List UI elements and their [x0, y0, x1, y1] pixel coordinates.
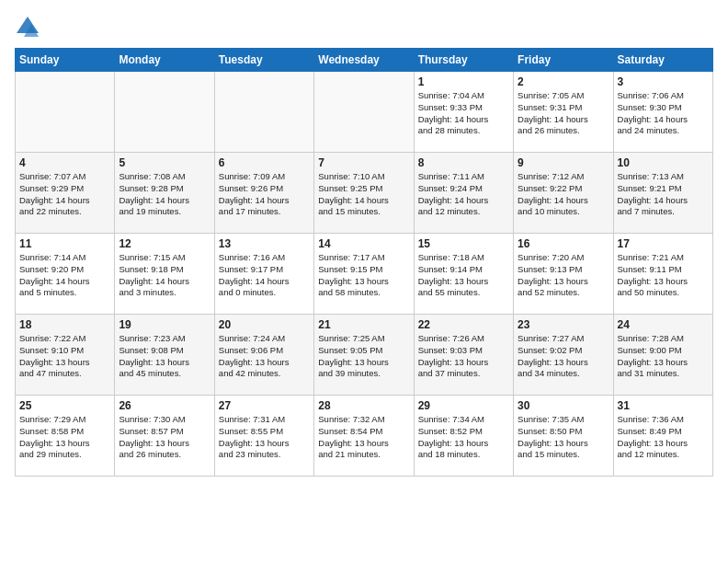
- cell-info: Sunrise: 7:22 AM Sunset: 9:10 PM Dayligh…: [19, 333, 110, 380]
- calendar-cell: 6Sunrise: 7:09 AM Sunset: 9:26 PM Daylig…: [214, 153, 313, 234]
- cell-info: Sunrise: 7:31 AM Sunset: 8:55 PM Dayligh…: [219, 414, 310, 461]
- cell-info: Sunrise: 7:24 AM Sunset: 9:06 PM Dayligh…: [219, 333, 310, 380]
- calendar-cell: 5Sunrise: 7:08 AM Sunset: 9:28 PM Daylig…: [115, 153, 214, 234]
- cell-info: Sunrise: 7:11 AM Sunset: 9:24 PM Dayligh…: [418, 171, 509, 218]
- calendar-week-row: 1Sunrise: 7:04 AM Sunset: 9:33 PM Daylig…: [16, 72, 713, 153]
- day-number: 30: [518, 399, 609, 412]
- day-number: 13: [219, 237, 310, 250]
- cell-info: Sunrise: 7:04 AM Sunset: 9:33 PM Dayligh…: [418, 90, 509, 137]
- day-number: 17: [618, 237, 709, 250]
- calendar-cell: 17Sunrise: 7:21 AM Sunset: 9:11 PM Dayli…: [613, 234, 712, 315]
- calendar-cell: 18Sunrise: 7:22 AM Sunset: 9:10 PM Dayli…: [16, 315, 115, 396]
- calendar-cell: [115, 72, 214, 153]
- day-number: 16: [518, 237, 609, 250]
- calendar-cell: 26Sunrise: 7:30 AM Sunset: 8:57 PM Dayli…: [115, 396, 214, 477]
- calendar-week-row: 11Sunrise: 7:14 AM Sunset: 9:20 PM Dayli…: [16, 234, 713, 315]
- cell-info: Sunrise: 7:32 AM Sunset: 8:54 PM Dayligh…: [318, 414, 409, 461]
- day-number: 20: [219, 318, 310, 331]
- day-number: 14: [318, 237, 409, 250]
- cell-info: Sunrise: 7:16 AM Sunset: 9:17 PM Dayligh…: [219, 252, 310, 299]
- cell-info: Sunrise: 7:20 AM Sunset: 9:13 PM Dayligh…: [518, 252, 609, 299]
- day-number: 21: [318, 318, 409, 331]
- calendar-cell: [214, 72, 313, 153]
- day-of-week-header: Sunday: [16, 49, 115, 72]
- calendar-cell: 29Sunrise: 7:34 AM Sunset: 8:52 PM Dayli…: [414, 396, 513, 477]
- cell-info: Sunrise: 7:28 AM Sunset: 9:00 PM Dayligh…: [618, 333, 709, 380]
- calendar-cell: 21Sunrise: 7:25 AM Sunset: 9:05 PM Dayli…: [314, 315, 414, 396]
- cell-info: Sunrise: 7:15 AM Sunset: 9:18 PM Dayligh…: [119, 252, 210, 299]
- calendar-cell: 1Sunrise: 7:04 AM Sunset: 9:33 PM Daylig…: [414, 72, 513, 153]
- calendar-week-row: 25Sunrise: 7:29 AM Sunset: 8:58 PM Dayli…: [16, 396, 713, 477]
- day-number: 5: [119, 156, 210, 169]
- day-number: 8: [418, 156, 509, 169]
- logo: [15, 15, 44, 40]
- day-number: 3: [618, 75, 709, 88]
- cell-info: Sunrise: 7:17 AM Sunset: 9:15 PM Dayligh…: [318, 252, 409, 299]
- cell-info: Sunrise: 7:09 AM Sunset: 9:26 PM Dayligh…: [219, 171, 310, 218]
- day-number: 25: [19, 399, 110, 412]
- day-number: 18: [19, 318, 110, 331]
- calendar-cell: 25Sunrise: 7:29 AM Sunset: 8:58 PM Dayli…: [16, 396, 115, 477]
- calendar-week-row: 4Sunrise: 7:07 AM Sunset: 9:29 PM Daylig…: [16, 153, 713, 234]
- header-row: SundayMondayTuesdayWednesdayThursdayFrid…: [16, 49, 713, 72]
- calendar-cell: 4Sunrise: 7:07 AM Sunset: 9:29 PM Daylig…: [16, 153, 115, 234]
- cell-info: Sunrise: 7:08 AM Sunset: 9:28 PM Dayligh…: [119, 171, 210, 218]
- day-number: 22: [418, 318, 509, 331]
- cell-info: Sunrise: 7:07 AM Sunset: 9:29 PM Dayligh…: [19, 171, 110, 218]
- calendar-cell: 27Sunrise: 7:31 AM Sunset: 8:55 PM Dayli…: [214, 396, 313, 477]
- cell-info: Sunrise: 7:14 AM Sunset: 9:20 PM Dayligh…: [19, 252, 110, 299]
- calendar-cell: 9Sunrise: 7:12 AM Sunset: 9:22 PM Daylig…: [514, 153, 613, 234]
- calendar-header: SundayMondayTuesdayWednesdayThursdayFrid…: [16, 49, 713, 72]
- day-number: 1: [418, 75, 509, 88]
- day-number: 4: [19, 156, 110, 169]
- calendar-cell: 19Sunrise: 7:23 AM Sunset: 9:08 PM Dayli…: [115, 315, 214, 396]
- calendar-cell: [16, 72, 115, 153]
- day-number: 27: [219, 399, 310, 412]
- day-of-week-header: Friday: [514, 49, 613, 72]
- cell-info: Sunrise: 7:34 AM Sunset: 8:52 PM Dayligh…: [418, 414, 509, 461]
- calendar-cell: 31Sunrise: 7:36 AM Sunset: 8:49 PM Dayli…: [613, 396, 712, 477]
- cell-info: Sunrise: 7:12 AM Sunset: 9:22 PM Dayligh…: [518, 171, 609, 218]
- calendar-body: 1Sunrise: 7:04 AM Sunset: 9:33 PM Daylig…: [16, 72, 713, 477]
- day-of-week-header: Thursday: [414, 49, 513, 72]
- day-of-week-header: Wednesday: [314, 49, 414, 72]
- calendar-cell: 20Sunrise: 7:24 AM Sunset: 9:06 PM Dayli…: [214, 315, 313, 396]
- calendar-cell: 13Sunrise: 7:16 AM Sunset: 9:17 PM Dayli…: [214, 234, 313, 315]
- cell-info: Sunrise: 7:05 AM Sunset: 9:31 PM Dayligh…: [518, 90, 609, 137]
- day-number: 12: [119, 237, 210, 250]
- day-number: 23: [518, 318, 609, 331]
- day-number: 29: [418, 399, 509, 412]
- cell-info: Sunrise: 7:29 AM Sunset: 8:58 PM Dayligh…: [19, 414, 110, 461]
- day-number: 15: [418, 237, 509, 250]
- day-of-week-header: Tuesday: [214, 49, 313, 72]
- day-number: 10: [618, 156, 709, 169]
- day-number: 28: [318, 399, 409, 412]
- day-number: 6: [219, 156, 310, 169]
- calendar-cell: 8Sunrise: 7:11 AM Sunset: 9:24 PM Daylig…: [414, 153, 513, 234]
- calendar-cell: 11Sunrise: 7:14 AM Sunset: 9:20 PM Dayli…: [16, 234, 115, 315]
- calendar-cell: 15Sunrise: 7:18 AM Sunset: 9:14 PM Dayli…: [414, 234, 513, 315]
- day-number: 2: [518, 75, 609, 88]
- cell-info: Sunrise: 7:13 AM Sunset: 9:21 PM Dayligh…: [618, 171, 709, 218]
- calendar-cell: 7Sunrise: 7:10 AM Sunset: 9:25 PM Daylig…: [314, 153, 414, 234]
- calendar-cell: 3Sunrise: 7:06 AM Sunset: 9:30 PM Daylig…: [613, 72, 712, 153]
- day-number: 24: [618, 318, 709, 331]
- cell-info: Sunrise: 7:35 AM Sunset: 8:50 PM Dayligh…: [518, 414, 609, 461]
- calendar-cell: [314, 72, 414, 153]
- calendar-week-row: 18Sunrise: 7:22 AM Sunset: 9:10 PM Dayli…: [16, 315, 713, 396]
- day-number: 7: [318, 156, 409, 169]
- day-number: 31: [618, 399, 709, 412]
- calendar-cell: 16Sunrise: 7:20 AM Sunset: 9:13 PM Dayli…: [514, 234, 613, 315]
- day-number: 19: [119, 318, 210, 331]
- logo-icon: [15, 15, 40, 40]
- cell-info: Sunrise: 7:06 AM Sunset: 9:30 PM Dayligh…: [618, 90, 709, 137]
- cell-info: Sunrise: 7:36 AM Sunset: 8:49 PM Dayligh…: [618, 414, 709, 461]
- calendar-cell: 10Sunrise: 7:13 AM Sunset: 9:21 PM Dayli…: [613, 153, 712, 234]
- day-number: 26: [119, 399, 210, 412]
- day-of-week-header: Saturday: [613, 49, 712, 72]
- day-number: 11: [19, 237, 110, 250]
- cell-info: Sunrise: 7:27 AM Sunset: 9:02 PM Dayligh…: [518, 333, 609, 380]
- cell-info: Sunrise: 7:26 AM Sunset: 9:03 PM Dayligh…: [418, 333, 509, 380]
- page-header: [15, 15, 713, 40]
- cell-info: Sunrise: 7:23 AM Sunset: 9:08 PM Dayligh…: [119, 333, 210, 380]
